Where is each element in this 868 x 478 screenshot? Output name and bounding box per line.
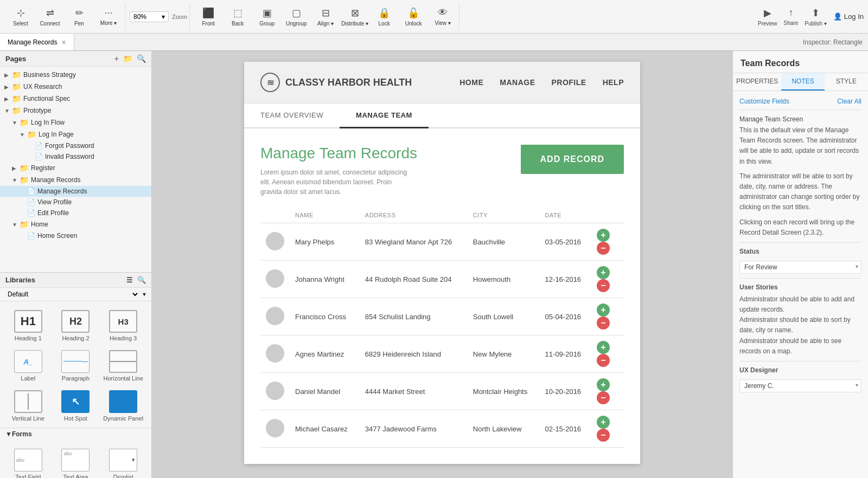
more-button[interactable]: ··· More ▾ [94,4,123,30]
group-button[interactable]: ▣ Group [253,4,281,30]
tab-manage-team[interactable]: MANAGE TEAM [340,104,429,128]
table-row[interactable]: Michael Casarez 3477 Jadewood Farms Nort… [260,410,624,448]
tree-item-ux-research[interactable]: ▶ 📁 UX Research [0,81,151,93]
nav-home[interactable]: HOME [459,78,483,87]
page-description: Lorem ipsum dolor sit amet, consectetur … [260,167,412,197]
table-row[interactable]: Francisco Cross 854 Schulist Landing Sou… [260,298,624,335]
tab-properties[interactable]: PROPERTIES [733,73,781,91]
ux-designer-select[interactable]: Jeremy C. Sarah M. John D. [739,379,861,392]
close-tab-button[interactable]: × [61,38,66,47]
widget-label[interactable]: A_ Label [4,346,52,386]
tree-item-invalid-password[interactable]: 📄 Invalid Password [0,151,151,162]
active-tab-label: Manage Records [8,38,57,46]
search-pages-icon[interactable]: 🔍 [137,54,146,63]
share-button[interactable]: ↑ Share [784,7,799,26]
remove-record-row-button[interactable]: − [597,354,610,367]
tree-label: Register [31,164,55,172]
publish-button[interactable]: ⬆ Publish ▾ [805,7,827,27]
add-record-row-button[interactable]: + [597,229,610,242]
lock-button[interactable]: 🔒 Lock [370,4,398,30]
customize-fields-link[interactable]: Customize Fields [739,98,789,105]
distribute-button[interactable]: ⊠ Distribute ▾ [341,4,369,30]
heading1-label: Heading 1 [15,335,42,341]
widget-hotspot[interactable]: ↖ Hot Spot [52,386,100,426]
tree-item-register[interactable]: ▶ 📁 Register [0,162,151,174]
add-page-icon[interactable]: + [114,54,119,63]
widget-paragraph[interactable]: Paragraph [52,346,100,386]
col-address[interactable]: ADDRESS [360,208,468,223]
widget-droplist[interactable]: ▾ Droplist [99,444,147,478]
nav-manage[interactable]: MANAGE [500,78,535,87]
active-page-tab[interactable]: Manage Records × [0,34,74,50]
add-record-row-button[interactable]: + [597,341,610,354]
widget-heading3[interactable]: H3 Heading 3 [99,306,147,346]
clear-all-link[interactable]: Clear All [837,98,861,105]
row-address-cell: 83 Wiegland Manor Apt 726 [360,223,468,261]
add-record-row-button[interactable]: + [597,416,610,429]
list-view-icon[interactable]: ☰ [126,276,133,284]
library-select[interactable]: Default [5,290,139,299]
tree-item-login-page[interactable]: ▼ 📁 Log In Page [0,128,151,140]
add-folder-icon[interactable]: 📁 [123,54,132,63]
tree-item-edit-profile[interactable]: 📄 Edit Profile [0,208,151,218]
table-row[interactable]: Agnes Martinez 6829 Heidenreich Island N… [260,335,624,373]
login-button[interactable]: 👤 Log In [833,12,864,21]
remove-record-row-button[interactable]: − [597,279,610,292]
remove-record-row-button[interactable]: − [597,391,610,404]
col-date[interactable]: DATE [540,208,591,223]
widget-heading2[interactable]: H2 Heading 2 [52,306,100,346]
widget-textfield[interactable]: abc Text Field [4,444,52,478]
search-libraries-icon[interactable]: 🔍 [137,276,146,284]
nav-profile[interactable]: PROFILE [551,78,586,87]
table-row[interactable]: Daniel Mandel 4444 Market Street Montcla… [260,373,624,410]
libraries-header[interactable]: Libraries ☰ 🔍 [0,273,151,288]
zoom-control[interactable]: 80% ▾ [130,11,169,22]
view-button[interactable]: 👁 View ▾ [429,4,457,30]
widget-hline[interactable]: Horizontal Line [99,346,147,386]
widget-heading1[interactable]: H1 Heading 1 [4,306,52,346]
nav-help[interactable]: HELP [603,78,624,87]
forms-section-header[interactable]: ▼ Forms [0,428,151,440]
tree-item-manage-records-page[interactable]: 📄 Manage Records [0,186,151,197]
tree-item-home[interactable]: ▼ 📁 Home [0,218,151,230]
tree-item-manage-records-folder[interactable]: ▼ 📁 Manage Records [0,174,151,186]
widget-vline[interactable]: Vertical Line [4,386,52,426]
tree-item-forgot-password[interactable]: 📄 Forgot Password [0,140,151,151]
tree-item-prototype[interactable]: ▼ 📁 Prototype [0,105,151,117]
textarea-icon: abc [61,449,90,471]
front-button[interactable]: ⬛ Front [194,4,222,30]
tree-item-login-flow[interactable]: ▼ 📁 Log In Flow [0,117,151,128]
col-name[interactable]: NAME [290,208,360,223]
widget-textarea[interactable]: abc Text Area [52,444,100,478]
table-row[interactable]: Johanna Wright 44 Rudolph Road Suite 204… [260,261,624,298]
preview-button[interactable]: ▶ Preview [758,7,777,27]
align-button[interactable]: ⊟ Align ▾ [311,4,340,30]
tree-item-home-screen[interactable]: 📄 Home Screen [0,230,151,241]
unlock-button[interactable]: 🔓 Unlock [399,4,427,30]
row-avatar-cell [260,335,290,373]
add-record-row-button[interactable]: + [597,266,610,279]
status-select[interactable]: For Review Approved In Progress [739,261,861,274]
tree-item-view-profile[interactable]: 📄 View Profile [0,197,151,208]
widget-dynpanel[interactable]: Dynamic Panel [99,386,147,426]
remove-record-row-button[interactable]: − [597,242,610,255]
tab-notes[interactable]: NOTES [781,73,825,91]
pen-button[interactable]: ✏ Pen [65,4,93,30]
tree-item-business-strategy[interactable]: ▶ 📁 Business Strategy [0,69,151,81]
select-button[interactable]: ⊹ Select [7,4,35,30]
distribute-icon: ⊠ [351,7,359,19]
connect-button[interactable]: ⇌ Connect [36,4,64,30]
add-record-row-button[interactable]: + [597,303,610,316]
remove-record-row-button[interactable]: − [597,429,610,442]
ungroup-button[interactable]: ▢ Ungroup [282,4,310,30]
back-button[interactable]: ⬚ Back [224,4,252,30]
tab-team-overview[interactable]: TEAM OVERVIEW [244,104,340,128]
add-record-row-button[interactable]: + [597,378,610,391]
tree-item-functional-spec[interactable]: ▶ 📁 Functional Spec [0,93,151,105]
add-record-button[interactable]: ADD RECORD [521,145,624,174]
tab-style[interactable]: STYLE [825,73,868,91]
table-row[interactable]: Mary Phelps 83 Wiegland Manor Apt 726 Ba… [260,223,624,261]
col-city[interactable]: CITY [468,208,540,223]
pages-dropdown[interactable]: Inspector: Rectangle [797,34,868,50]
remove-record-row-button[interactable]: − [597,316,610,330]
